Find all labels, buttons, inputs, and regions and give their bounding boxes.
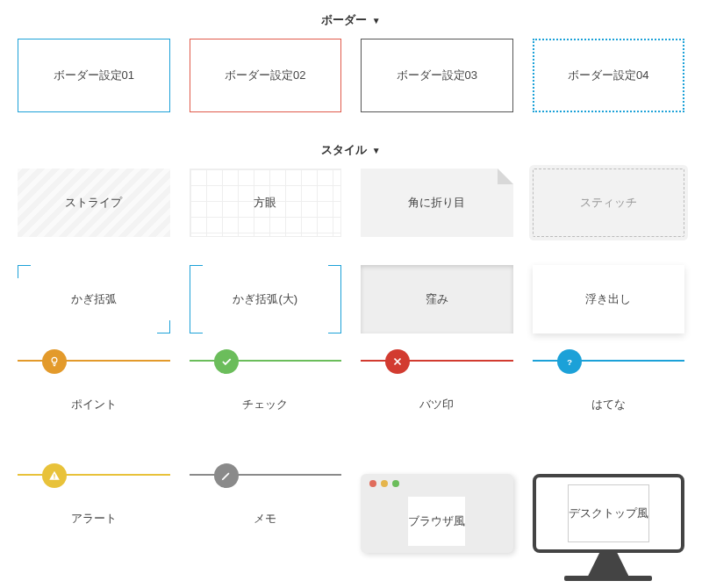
svg-text:?: ? [567, 358, 572, 367]
style-desktop[interactable]: デスクトップ風 [533, 474, 685, 553]
pencil-icon [214, 463, 239, 488]
question-icon: ? [557, 349, 582, 374]
label: デスクトップ風 [569, 506, 648, 521]
section-header-border[interactable]: ボーダー ▼ [18, 9, 684, 39]
style-grid-2: ポイント チェック バツ印 ? はてな アラート メモ ブラウザ風 デスクト [18, 360, 684, 553]
lightbulb-icon [42, 349, 67, 374]
label: ポイント [71, 397, 117, 412]
label: バツ印 [419, 397, 454, 412]
border-grid: ボーダー設定01 ボーダー設定02 ボーダー設定03 ボーダー設定04 [18, 39, 684, 112]
cross-icon [385, 349, 410, 374]
label: ボーダー設定01 [54, 68, 134, 83]
border-option-1[interactable]: ボーダー設定01 [18, 39, 170, 112]
label: 窪み [426, 291, 448, 307]
chevron-down-icon: ▼ [372, 16, 381, 25]
border-option-2[interactable]: ボーダー設定02 [190, 39, 342, 112]
svg-point-0 [52, 357, 57, 362]
style-bracket[interactable]: かぎ括弧 [18, 265, 170, 333]
label: メモ [254, 511, 276, 527]
border-option-3[interactable]: ボーダー設定03 [361, 39, 513, 112]
label: ボーダー設定02 [225, 68, 305, 83]
style-graph[interactable]: 方眼 [190, 169, 342, 237]
style-sunken[interactable]: 窪み [361, 265, 513, 333]
label: スティッチ [580, 195, 637, 211]
alert-icon [42, 463, 67, 488]
label: はてな [591, 397, 626, 412]
traffic-light-icon [369, 480, 399, 487]
style-raised[interactable]: 浮き出し [533, 265, 685, 333]
label: かぎ括弧(大) [233, 291, 297, 307]
style-hatena[interactable]: ? はてな [533, 360, 685, 439]
label: 方眼 [254, 195, 276, 211]
section-header-style[interactable]: スタイル ▼ [18, 139, 684, 169]
svg-rect-2 [54, 474, 54, 477]
style-point[interactable]: ポイント [18, 360, 170, 439]
label: ストライプ [65, 195, 122, 211]
style-fold[interactable]: 角に折り目 [361, 169, 513, 237]
label: ブラウザ風 [408, 513, 465, 529]
style-memo[interactable]: メモ [190, 474, 342, 553]
chevron-down-icon: ▼ [372, 146, 381, 155]
label: ボーダー設定04 [568, 68, 648, 83]
label: アラート [71, 511, 117, 527]
style-bracket-lg[interactable]: かぎ括弧(大) [190, 265, 342, 333]
style-alert[interactable]: アラート [18, 474, 170, 553]
style-grid-1: ストライプ 方眼 角に折り目 スティッチ かぎ括弧 かぎ括弧(大) 窪み 浮き出… [18, 169, 684, 333]
border-option-4[interactable]: ボーダー設定04 [533, 39, 685, 112]
label: 浮き出し [585, 291, 631, 307]
monitor-stand-icon [564, 576, 652, 581]
style-check[interactable]: チェック [190, 360, 342, 439]
style-batsu[interactable]: バツ印 [361, 360, 513, 439]
section-title: ボーダー [321, 13, 367, 26]
svg-rect-3 [54, 477, 54, 478]
label: かぎ括弧 [71, 291, 117, 307]
label: チェック [242, 397, 288, 412]
check-icon [214, 349, 239, 374]
label: ボーダー設定03 [397, 68, 477, 83]
style-browser[interactable]: ブラウザ風 [361, 474, 513, 553]
style-stitch[interactable]: スティッチ [533, 169, 685, 237]
label: 角に折り目 [408, 195, 465, 211]
style-stripe[interactable]: ストライプ [18, 169, 170, 237]
section-title: スタイル [321, 143, 367, 156]
